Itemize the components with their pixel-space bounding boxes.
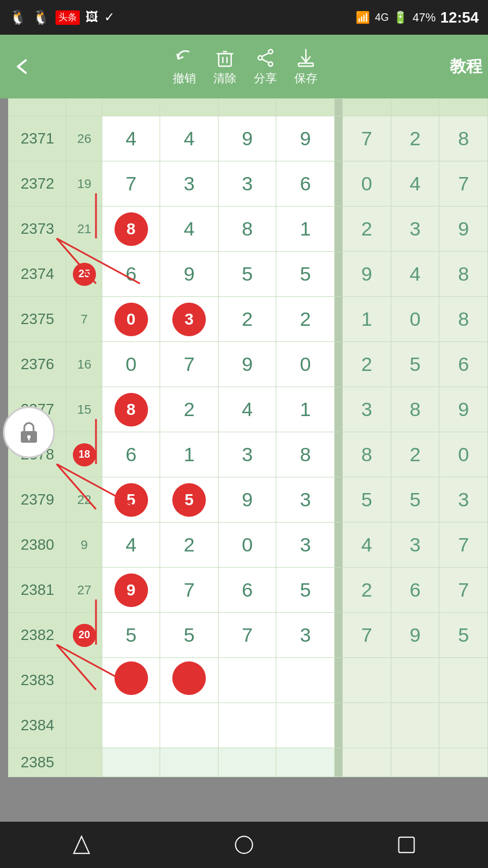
svg-rect-10 [298,63,313,66]
share-button[interactable]: 分享 [254,47,277,86]
svg-point-7 [258,56,262,60]
table-row: 2384 [9,703,488,748]
num-badge: 18 [73,443,96,466]
svg-rect-0 [219,53,231,66]
status-right: 📶 4G 🔋 47% 12:54 [356,9,479,27]
svg-line-9 [263,59,269,62]
marker-circle: 0 [114,303,148,336]
marker-circle: 8 [114,393,148,426]
status-icons: 🐧 🐧 头条 🖼 ✓ [9,9,114,25]
svg-rect-25 [399,837,415,853]
table-row: 2380 9 4 2 0 3 4 3 7 [9,523,488,568]
image-icon: 🖼 [86,10,98,25]
recents-nav-button[interactable] [389,827,424,862]
num-badge: 20 [73,624,96,647]
marker-circle: 9 [114,573,148,607]
svg-point-5 [268,49,272,53]
table-row: 2377 15 8 2 4 1 3 8 9 [9,387,488,432]
battery-percent: 47% [412,11,435,24]
back-nav-button[interactable] [64,827,99,862]
table-row: 2385 [9,748,488,777]
header-row [9,99,488,116]
toolbar-actions: 撤销 清除 分享 [40,47,450,86]
marker-circle [114,661,148,695]
status-bar: 🐧 🐧 头条 🖼 ✓ 📶 4G 🔋 47% 12:54 [0,0,488,35]
wifi-icon: 📶 [356,10,370,24]
toutiao-icon: 头条 [56,10,80,25]
undo-label: 撤销 [173,71,196,86]
undo-button[interactable]: 撤销 [173,47,196,86]
svg-line-8 [263,53,269,56]
back-button[interactable] [6,43,40,90]
main-content: ▲ ▼ [0,98,488,822]
table-row: 2383 [9,658,488,703]
save-label: 保存 [294,71,317,86]
svg-point-6 [268,62,272,66]
num-badge: 25 [73,263,96,286]
save-button[interactable]: 保存 [294,47,317,86]
bottom-nav [0,822,488,868]
clear-button[interactable]: 清除 [213,47,236,86]
qq-icon-2: 🐧 [32,9,50,25]
table-row: 2371 26 4 4 9 9 7 2 8 [9,116,488,161]
data-table: 2371 26 4 4 9 9 7 2 8 2372 19 7 3 [8,98,488,777]
svg-point-24 [235,836,252,853]
table-area: 2371 26 4 4 9 9 7 2 8 2372 19 7 3 [8,98,488,822]
table-row: 2376 16 0 7 9 0 2 5 6 [9,342,488,387]
tutorial-button[interactable]: 教程 [450,56,482,78]
svg-marker-23 [73,836,89,853]
table-row: 2379 22 5 5 9 3 5 5 3 [9,477,488,523]
table-row: 2375 7 0 3 2 2 1 0 8 [9,297,488,342]
signal-icon: 4G [375,12,389,24]
svg-point-12 [27,435,31,439]
lock-button[interactable] [3,406,55,458]
table-row: 2372 19 7 3 3 6 0 4 7 [9,161,488,207]
marker-circle: 5 [172,483,206,517]
table-row: 2378 18 6 1 3 8 8 2 0 [9,432,488,477]
table-row: 2373 21 8 4 8 1 2 3 9 [9,207,488,252]
table-row: 2381 27 9 7 6 5 2 6 7 [9,568,488,613]
share-label: 分享 [254,71,277,86]
table-row: 2374 25 6 9 5 5 9 4 8 [9,252,488,297]
check-icon: ✓ [104,10,114,25]
toolbar: 撤销 清除 分享 [0,35,488,98]
table-row: 2382 20 5 5 7 3 7 9 5 [9,613,488,658]
marker-circle: 3 [172,303,206,336]
battery-icon: 🔋 [393,10,408,24]
home-nav-button[interactable] [227,827,261,862]
clear-label: 清除 [213,71,236,86]
status-time: 12:54 [441,9,479,27]
marker-circle [172,661,206,695]
marker-circle: 5 [114,483,148,517]
qq-icon-1: 🐧 [9,9,27,25]
marker-circle: 8 [114,212,148,246]
